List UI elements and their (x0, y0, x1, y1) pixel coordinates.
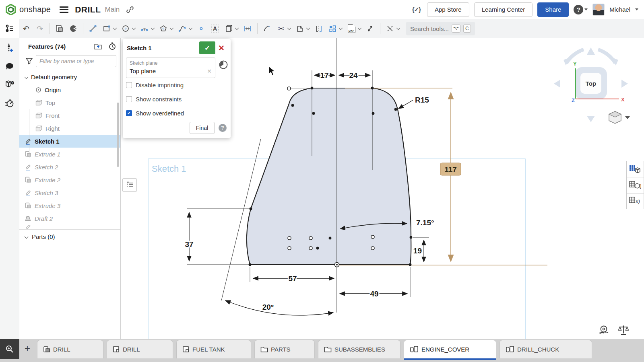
show-constraints-checkbox[interactable] (126, 96, 132, 102)
tab-fuel-tank[interactable]: FUEL TANK (176, 340, 251, 358)
use-project-dropdown-icon[interactable] (235, 26, 239, 30)
add-tab-button[interactable]: + (19, 339, 35, 358)
trim-tool-dropdown-icon[interactable] (287, 26, 291, 30)
circle-tool[interactable] (119, 22, 132, 35)
history-icon[interactable] (108, 42, 116, 50)
document-title[interactable]: DRILL (75, 5, 101, 14)
dialog-help-icon[interactable]: ? (219, 124, 227, 132)
redo-button[interactable]: ↷ (33, 22, 47, 35)
feature-item-right-plane[interactable]: Right (19, 122, 120, 135)
undo-button[interactable]: ↶ (19, 22, 33, 35)
final-button[interactable]: Final (190, 122, 215, 134)
parts-group-header[interactable]: Parts (0) (19, 230, 120, 243)
tab-drill-part-studio[interactable]: DRILL (37, 340, 103, 358)
feature-item-extrude-2[interactable]: Extrude 2 (19, 173, 120, 186)
construction-tool-dropdown-icon[interactable] (396, 26, 400, 30)
circle-tool-dropdown-icon[interactable] (132, 26, 136, 30)
svg-text:117[interactable]: 117 (444, 165, 457, 174)
share-link-icon[interactable] (126, 6, 134, 14)
tab-subassemblies-folder[interactable]: SUBASSEMBLIES (318, 340, 400, 358)
clear-selection-icon[interactable]: ✕ (207, 68, 212, 74)
tab-engine-cover[interactable]: ENGINE_COVER (404, 340, 496, 360)
trim-tool[interactable]: ✂ (274, 22, 288, 35)
offset-tool-dropdown-icon[interactable] (306, 26, 310, 30)
sketch-canvas-label[interactable]: Sketch 1 (152, 164, 186, 174)
feature-item-sketch-3[interactable]: Sketch 3 (19, 186, 120, 199)
mirror-tool[interactable] (312, 22, 326, 35)
svg-text:57[interactable]: 57 (288, 274, 297, 283)
user-menu-caret-icon[interactable] (635, 8, 638, 10)
arc-tool[interactable] (138, 22, 151, 35)
add-folder-icon[interactable] (94, 43, 103, 50)
fillet-tool[interactable] (260, 22, 274, 35)
feature-script-icon[interactable]: {✓} (411, 4, 422, 15)
import-dxf-tool[interactable]: DXF (345, 22, 358, 35)
main-menu-icon[interactable] (60, 6, 68, 13)
pattern-tool[interactable] (326, 22, 339, 35)
app-store-button[interactable]: App Store (427, 2, 469, 17)
arc-tool-dropdown-icon[interactable] (151, 26, 155, 30)
feature-item-extrude-1[interactable]: Extrude 1 (19, 148, 120, 160)
pie-clock-icon[interactable] (219, 60, 228, 70)
mate-connector-icon[interactable] (2, 41, 17, 55)
line-tool[interactable] (86, 22, 100, 35)
learning-center-button[interactable]: Learning Center (474, 2, 533, 17)
svg-text:20°[interactable]: 20° (262, 303, 274, 311)
rectangle-tool[interactable] (100, 22, 114, 35)
feature-item-sketch-2[interactable]: Sketch 2 (19, 160, 120, 173)
disable-imprinting-checkbox[interactable] (126, 82, 132, 88)
measure-tool[interactable] (363, 22, 377, 35)
text-tool[interactable]: A (208, 22, 222, 35)
view-cube[interactable]: Top Y X Z (547, 40, 640, 127)
origin-point[interactable] (334, 262, 339, 267)
show-overdefined-checkbox[interactable]: ✓ (126, 110, 132, 116)
feature-item-clipped[interactable] (19, 225, 120, 229)
pattern-tool-dropdown-icon[interactable] (339, 26, 343, 30)
solid-feature-tool[interactable] (53, 22, 66, 35)
dimension-tool[interactable] (241, 22, 254, 35)
help-menu[interactable]: ? (574, 5, 588, 14)
user-name[interactable]: Michael (609, 6, 630, 13)
revolve-tool[interactable] (66, 22, 80, 35)
svg-text:49[interactable]: 49 (370, 290, 378, 298)
help-icon[interactable]: ? (574, 5, 583, 14)
features-scrollbar[interactable] (117, 103, 119, 167)
feature-group-default-geometry[interactable]: Default geometry (19, 70, 120, 83)
feature-item-extrude-3[interactable]: Extrude 3 (19, 199, 120, 212)
spline-tool[interactable] (175, 22, 189, 35)
feature-item-front-plane[interactable]: Front (19, 109, 120, 122)
tab-drill-chuck[interactable]: DRILL_CHUCK (500, 340, 592, 358)
user-avatar[interactable] (592, 4, 605, 16)
feature-item-draft-2[interactable]: Draft 2 (19, 212, 120, 225)
share-button[interactable]: Share (537, 2, 569, 17)
mass-properties-icon[interactable] (617, 325, 630, 336)
feature-item-origin[interactable]: Origin (19, 83, 120, 96)
tab-parts-folder[interactable]: PARTS (254, 340, 315, 358)
filter-icon[interactable] (26, 58, 33, 64)
use-project-tool[interactable] (222, 22, 235, 35)
view-options-cube-icon[interactable] (609, 111, 630, 123)
import-dxf-dropdown-icon[interactable] (358, 26, 362, 30)
spline-tool-dropdown-icon[interactable] (189, 26, 193, 30)
feature-list-toggle[interactable] (0, 19, 19, 38)
accept-button[interactable]: ✓ (199, 41, 215, 54)
workspace-name[interactable]: Main (105, 6, 120, 14)
measure-icon[interactable] (597, 325, 610, 336)
variables-panel-button[interactable]: x) (626, 193, 644, 209)
feature-item-top-plane[interactable]: Top (19, 96, 120, 109)
tab-drill-drawing[interactable]: DRILL (107, 340, 173, 358)
search-tools-button[interactable]: Search tools... ⌥ C (406, 22, 475, 35)
filter-input[interactable] (36, 55, 116, 67)
polygon-tool[interactable] (157, 22, 170, 35)
performance-timer-icon[interactable] (2, 96, 17, 111)
feature-item-sketch-1[interactable]: Sketch 1 (19, 135, 120, 148)
construction-tool[interactable] (383, 22, 397, 35)
cancel-button[interactable]: ✕ (215, 41, 227, 54)
view-options-caret-icon[interactable] (625, 116, 630, 119)
svg-text:19[interactable]: 19 (413, 247, 422, 255)
comments-icon[interactable] (2, 59, 17, 74)
svg-text:37[interactable]: 37 (185, 240, 193, 249)
polygon-tool-dropdown-icon[interactable] (170, 26, 174, 30)
view-cube-face-top[interactable]: Top (575, 67, 607, 99)
rectangle-tool-dropdown-icon[interactable] (113, 26, 117, 30)
